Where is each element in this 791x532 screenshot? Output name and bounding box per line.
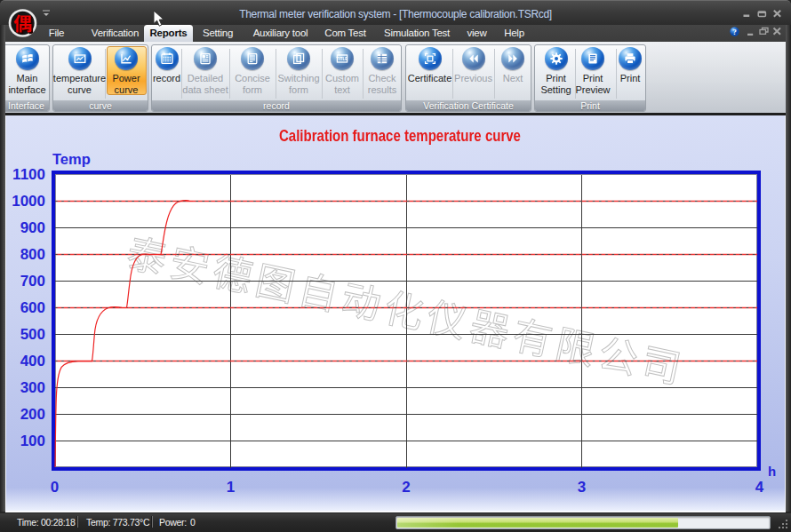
svg-text:TITLE: TITLE <box>337 56 348 60</box>
